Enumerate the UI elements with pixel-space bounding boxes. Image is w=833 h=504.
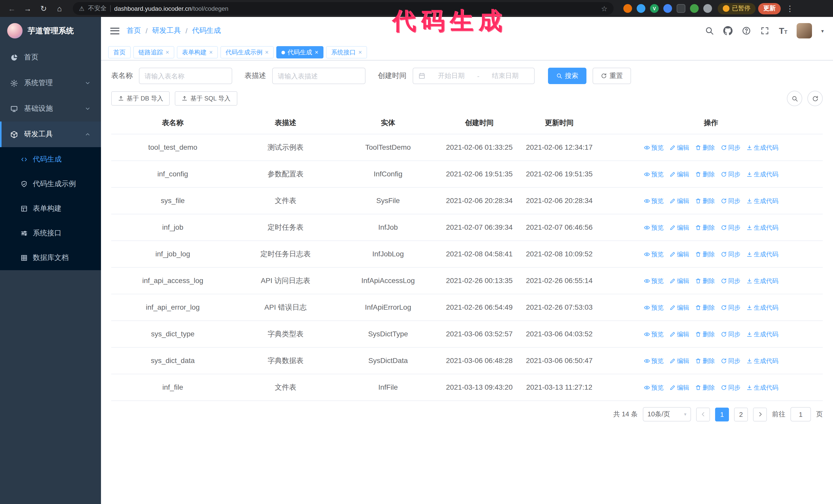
delete-link[interactable]: 删除 bbox=[695, 143, 715, 152]
delete-link[interactable]: 删除 bbox=[695, 249, 715, 259]
generate-code-link[interactable]: 生成代码 bbox=[746, 303, 779, 312]
help-icon[interactable] bbox=[742, 26, 751, 35]
generate-code-link[interactable]: 生成代码 bbox=[746, 169, 779, 179]
extension-icon[interactable] bbox=[637, 4, 645, 13]
sidebar-item-dev-tools[interactable]: 研发工具 bbox=[0, 121, 101, 147]
extensions-puzzle-icon[interactable] bbox=[703, 4, 712, 13]
browser-reload-icon[interactable]: ↻ bbox=[37, 2, 50, 15]
preview-link[interactable]: 预览 bbox=[644, 249, 664, 259]
tab-codegen[interactable]: 代码生成× bbox=[276, 46, 324, 58]
import-sql-button[interactable]: 基于 SQL 导入 bbox=[175, 91, 237, 105]
browser-home-icon[interactable]: ⌂ bbox=[53, 2, 66, 15]
tab-system-api[interactable]: 系统接口× bbox=[326, 46, 367, 58]
reset-button[interactable]: 重置 bbox=[593, 68, 631, 84]
browser-forward-icon[interactable]: → bbox=[21, 2, 34, 15]
extension-icon[interactable] bbox=[677, 4, 685, 13]
avatar-dropdown-caret-icon[interactable]: ▾ bbox=[821, 28, 824, 33]
github-icon[interactable] bbox=[723, 26, 733, 35]
preview-link[interactable]: 预览 bbox=[644, 276, 664, 285]
sync-link[interactable]: 同步 bbox=[720, 303, 740, 312]
sync-link[interactable]: 同步 bbox=[720, 249, 740, 259]
close-icon[interactable]: × bbox=[265, 49, 269, 55]
generate-code-link[interactable]: 生成代码 bbox=[746, 276, 779, 285]
delete-link[interactable]: 删除 bbox=[695, 383, 715, 392]
sync-link[interactable]: 同步 bbox=[720, 169, 740, 179]
generate-code-link[interactable]: 生成代码 bbox=[746, 383, 779, 392]
user-avatar[interactable] bbox=[796, 23, 812, 39]
sidebar-item-system-management[interactable]: 系统管理 bbox=[0, 70, 101, 96]
goto-page-input[interactable] bbox=[790, 407, 811, 422]
paused-badge[interactable]: 已暂停 bbox=[718, 3, 756, 14]
edit-link[interactable]: 编辑 bbox=[669, 383, 689, 392]
sidebar-item-home[interactable]: 首页 bbox=[0, 45, 101, 70]
sidebar-item-infrastructure[interactable]: 基础设施 bbox=[0, 96, 101, 121]
sidebar-item-codegen-example[interactable]: 代码生成示例 bbox=[0, 172, 101, 196]
edit-link[interactable]: 编辑 bbox=[669, 330, 689, 339]
sync-link[interactable]: 同步 bbox=[720, 356, 740, 365]
search-icon[interactable] bbox=[705, 26, 714, 35]
extension-icon[interactable] bbox=[623, 4, 632, 13]
import-db-button[interactable]: 基于 DB 导入 bbox=[111, 91, 170, 105]
sync-link[interactable]: 同步 bbox=[720, 223, 740, 232]
preview-link[interactable]: 预览 bbox=[644, 356, 664, 365]
sync-link[interactable]: 同步 bbox=[720, 276, 740, 285]
collapse-sidebar-icon[interactable] bbox=[110, 27, 119, 34]
generate-code-link[interactable]: 生成代码 bbox=[746, 249, 779, 259]
preview-link[interactable]: 预览 bbox=[644, 223, 664, 232]
edit-link[interactable]: 编辑 bbox=[669, 303, 689, 312]
tab-codegen-example[interactable]: 代码生成示例× bbox=[220, 46, 274, 58]
tab-home[interactable]: 首页 bbox=[108, 46, 131, 58]
sidebar-item-db-docs[interactable]: 数据库文档 bbox=[0, 246, 101, 270]
delete-link[interactable]: 删除 bbox=[695, 303, 715, 312]
sidebar-item-system-api[interactable]: 系统接口 bbox=[0, 221, 101, 246]
refresh-table-button[interactable] bbox=[807, 91, 823, 106]
tab-form-builder[interactable]: 表单构建× bbox=[177, 46, 218, 58]
address-bar[interactable]: ⚠ 不安全 dashboard.yudao.iocoder.cn/tool/co… bbox=[73, 2, 614, 15]
sync-link[interactable]: 同步 bbox=[720, 143, 740, 152]
preview-link[interactable]: 预览 bbox=[644, 303, 664, 312]
edit-link[interactable]: 编辑 bbox=[669, 356, 689, 365]
edit-link[interactable]: 编辑 bbox=[669, 196, 689, 205]
delete-link[interactable]: 删除 bbox=[695, 330, 715, 339]
page-size-select[interactable]: 10条/页 ▾ bbox=[643, 407, 691, 422]
extension-icon[interactable] bbox=[690, 4, 699, 13]
close-icon[interactable]: × bbox=[209, 49, 213, 55]
table-desc-input[interactable] bbox=[272, 68, 365, 84]
close-icon[interactable]: × bbox=[166, 49, 169, 55]
breadcrumb-item[interactable]: 代码生成 bbox=[192, 26, 221, 35]
generate-code-link[interactable]: 生成代码 bbox=[746, 196, 779, 205]
delete-link[interactable]: 删除 bbox=[695, 169, 715, 179]
fullscreen-icon[interactable] bbox=[760, 26, 770, 35]
preview-link[interactable]: 预览 bbox=[644, 196, 664, 205]
sync-link[interactable]: 同步 bbox=[720, 330, 740, 339]
edit-link[interactable]: 编辑 bbox=[669, 223, 689, 232]
tab-trace[interactable]: 链路追踪× bbox=[133, 46, 174, 58]
next-page-button[interactable] bbox=[753, 407, 767, 421]
date-range-picker[interactable]: 开始日期 - 结束日期 bbox=[413, 68, 535, 84]
delete-link[interactable]: 删除 bbox=[695, 356, 715, 365]
page-button-2[interactable]: 2 bbox=[734, 407, 748, 421]
browser-back-icon[interactable]: ← bbox=[5, 2, 19, 15]
sync-link[interactable]: 同步 bbox=[720, 196, 740, 205]
page-button-1[interactable]: 1 bbox=[715, 407, 729, 421]
table-name-input[interactable] bbox=[139, 68, 232, 84]
extension-icon[interactable] bbox=[663, 4, 672, 13]
extension-icon[interactable]: V bbox=[650, 4, 659, 13]
close-icon[interactable]: × bbox=[358, 49, 362, 55]
sidebar-item-codegen[interactable]: 代码生成 bbox=[0, 147, 101, 172]
sync-link[interactable]: 同步 bbox=[720, 383, 740, 392]
font-size-icon[interactable]: TT bbox=[779, 26, 787, 35]
generate-code-link[interactable]: 生成代码 bbox=[746, 330, 779, 339]
delete-link[interactable]: 删除 bbox=[695, 223, 715, 232]
close-icon[interactable]: × bbox=[315, 49, 318, 55]
generate-code-link[interactable]: 生成代码 bbox=[746, 143, 779, 152]
preview-link[interactable]: 预览 bbox=[644, 143, 664, 152]
logo[interactable]: 芋道管理系统 bbox=[0, 17, 101, 45]
search-button[interactable]: 搜索 bbox=[548, 68, 587, 84]
edit-link[interactable]: 编辑 bbox=[669, 276, 689, 285]
breadcrumb-item[interactable]: 首页 bbox=[127, 26, 141, 35]
generate-code-link[interactable]: 生成代码 bbox=[746, 223, 779, 232]
toggle-search-button[interactable] bbox=[787, 91, 802, 106]
preview-link[interactable]: 预览 bbox=[644, 169, 664, 179]
edit-link[interactable]: 编辑 bbox=[669, 249, 689, 259]
